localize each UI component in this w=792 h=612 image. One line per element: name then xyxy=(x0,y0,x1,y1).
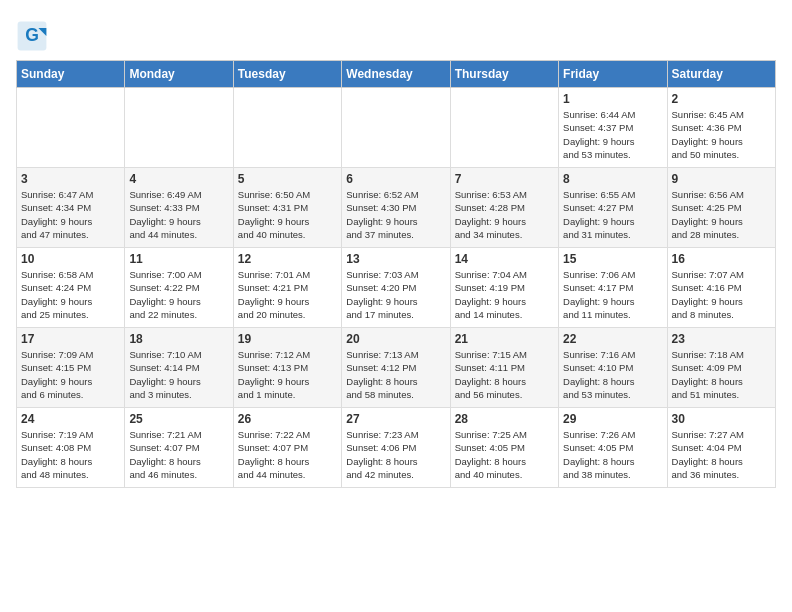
day-number: 26 xyxy=(238,412,337,426)
day-number: 8 xyxy=(563,172,662,186)
day-number: 29 xyxy=(563,412,662,426)
calendar-cell: 17Sunrise: 7:09 AM Sunset: 4:15 PM Dayli… xyxy=(17,328,125,408)
weekday-header-sunday: Sunday xyxy=(17,61,125,88)
day-info: Sunrise: 7:22 AM Sunset: 4:07 PM Dayligh… xyxy=(238,428,337,481)
day-info: Sunrise: 7:18 AM Sunset: 4:09 PM Dayligh… xyxy=(672,348,771,401)
calendar-cell: 14Sunrise: 7:04 AM Sunset: 4:19 PM Dayli… xyxy=(450,248,558,328)
day-info: Sunrise: 6:45 AM Sunset: 4:36 PM Dayligh… xyxy=(672,108,771,161)
day-info: Sunrise: 6:56 AM Sunset: 4:25 PM Dayligh… xyxy=(672,188,771,241)
day-number: 10 xyxy=(21,252,120,266)
calendar-cell: 5Sunrise: 6:50 AM Sunset: 4:31 PM Daylig… xyxy=(233,168,341,248)
calendar-cell xyxy=(450,88,558,168)
calendar-cell: 12Sunrise: 7:01 AM Sunset: 4:21 PM Dayli… xyxy=(233,248,341,328)
day-number: 16 xyxy=(672,252,771,266)
day-info: Sunrise: 6:49 AM Sunset: 4:33 PM Dayligh… xyxy=(129,188,228,241)
day-number: 17 xyxy=(21,332,120,346)
weekday-header-wednesday: Wednesday xyxy=(342,61,450,88)
calendar-cell: 4Sunrise: 6:49 AM Sunset: 4:33 PM Daylig… xyxy=(125,168,233,248)
day-info: Sunrise: 7:19 AM Sunset: 4:08 PM Dayligh… xyxy=(21,428,120,481)
day-number: 2 xyxy=(672,92,771,106)
day-number: 5 xyxy=(238,172,337,186)
calendar-cell: 19Sunrise: 7:12 AM Sunset: 4:13 PM Dayli… xyxy=(233,328,341,408)
calendar-cell: 11Sunrise: 7:00 AM Sunset: 4:22 PM Dayli… xyxy=(125,248,233,328)
calendar-table: SundayMondayTuesdayWednesdayThursdayFrid… xyxy=(16,60,776,488)
calendar-cell: 27Sunrise: 7:23 AM Sunset: 4:06 PM Dayli… xyxy=(342,408,450,488)
calendar-cell: 13Sunrise: 7:03 AM Sunset: 4:20 PM Dayli… xyxy=(342,248,450,328)
day-number: 4 xyxy=(129,172,228,186)
calendar-cell: 15Sunrise: 7:06 AM Sunset: 4:17 PM Dayli… xyxy=(559,248,667,328)
weekday-header-thursday: Thursday xyxy=(450,61,558,88)
calendar-cell: 8Sunrise: 6:55 AM Sunset: 4:27 PM Daylig… xyxy=(559,168,667,248)
day-info: Sunrise: 7:27 AM Sunset: 4:04 PM Dayligh… xyxy=(672,428,771,481)
calendar-cell: 24Sunrise: 7:19 AM Sunset: 4:08 PM Dayli… xyxy=(17,408,125,488)
calendar-cell: 2Sunrise: 6:45 AM Sunset: 4:36 PM Daylig… xyxy=(667,88,775,168)
day-number: 20 xyxy=(346,332,445,346)
day-info: Sunrise: 7:16 AM Sunset: 4:10 PM Dayligh… xyxy=(563,348,662,401)
calendar-cell: 9Sunrise: 6:56 AM Sunset: 4:25 PM Daylig… xyxy=(667,168,775,248)
day-info: Sunrise: 6:52 AM Sunset: 4:30 PM Dayligh… xyxy=(346,188,445,241)
calendar-cell: 25Sunrise: 7:21 AM Sunset: 4:07 PM Dayli… xyxy=(125,408,233,488)
day-number: 23 xyxy=(672,332,771,346)
page-header: G xyxy=(16,16,776,52)
calendar-cell: 20Sunrise: 7:13 AM Sunset: 4:12 PM Dayli… xyxy=(342,328,450,408)
day-info: Sunrise: 6:55 AM Sunset: 4:27 PM Dayligh… xyxy=(563,188,662,241)
weekday-header-friday: Friday xyxy=(559,61,667,88)
calendar-cell: 21Sunrise: 7:15 AM Sunset: 4:11 PM Dayli… xyxy=(450,328,558,408)
calendar-cell: 28Sunrise: 7:25 AM Sunset: 4:05 PM Dayli… xyxy=(450,408,558,488)
day-info: Sunrise: 7:03 AM Sunset: 4:20 PM Dayligh… xyxy=(346,268,445,321)
day-info: Sunrise: 7:10 AM Sunset: 4:14 PM Dayligh… xyxy=(129,348,228,401)
day-info: Sunrise: 7:25 AM Sunset: 4:05 PM Dayligh… xyxy=(455,428,554,481)
day-number: 30 xyxy=(672,412,771,426)
day-number: 3 xyxy=(21,172,120,186)
day-info: Sunrise: 7:12 AM Sunset: 4:13 PM Dayligh… xyxy=(238,348,337,401)
day-number: 19 xyxy=(238,332,337,346)
day-info: Sunrise: 7:23 AM Sunset: 4:06 PM Dayligh… xyxy=(346,428,445,481)
day-info: Sunrise: 6:50 AM Sunset: 4:31 PM Dayligh… xyxy=(238,188,337,241)
svg-text:G: G xyxy=(25,25,39,45)
calendar-cell: 18Sunrise: 7:10 AM Sunset: 4:14 PM Dayli… xyxy=(125,328,233,408)
day-info: Sunrise: 7:04 AM Sunset: 4:19 PM Dayligh… xyxy=(455,268,554,321)
day-number: 22 xyxy=(563,332,662,346)
calendar-cell: 30Sunrise: 7:27 AM Sunset: 4:04 PM Dayli… xyxy=(667,408,775,488)
day-number: 25 xyxy=(129,412,228,426)
day-info: Sunrise: 7:26 AM Sunset: 4:05 PM Dayligh… xyxy=(563,428,662,481)
weekday-header-monday: Monday xyxy=(125,61,233,88)
calendar-cell: 1Sunrise: 6:44 AM Sunset: 4:37 PM Daylig… xyxy=(559,88,667,168)
calendar-cell xyxy=(233,88,341,168)
day-info: Sunrise: 6:53 AM Sunset: 4:28 PM Dayligh… xyxy=(455,188,554,241)
calendar-cell: 7Sunrise: 6:53 AM Sunset: 4:28 PM Daylig… xyxy=(450,168,558,248)
day-info: Sunrise: 7:00 AM Sunset: 4:22 PM Dayligh… xyxy=(129,268,228,321)
day-number: 27 xyxy=(346,412,445,426)
day-number: 7 xyxy=(455,172,554,186)
calendar-cell xyxy=(342,88,450,168)
day-number: 1 xyxy=(563,92,662,106)
day-info: Sunrise: 7:01 AM Sunset: 4:21 PM Dayligh… xyxy=(238,268,337,321)
day-number: 18 xyxy=(129,332,228,346)
calendar-cell xyxy=(17,88,125,168)
calendar-cell: 10Sunrise: 6:58 AM Sunset: 4:24 PM Dayli… xyxy=(17,248,125,328)
day-number: 21 xyxy=(455,332,554,346)
calendar-cell: 16Sunrise: 7:07 AM Sunset: 4:16 PM Dayli… xyxy=(667,248,775,328)
day-info: Sunrise: 7:13 AM Sunset: 4:12 PM Dayligh… xyxy=(346,348,445,401)
day-number: 14 xyxy=(455,252,554,266)
calendar-cell: 22Sunrise: 7:16 AM Sunset: 4:10 PM Dayli… xyxy=(559,328,667,408)
calendar-cell: 26Sunrise: 7:22 AM Sunset: 4:07 PM Dayli… xyxy=(233,408,341,488)
day-info: Sunrise: 6:47 AM Sunset: 4:34 PM Dayligh… xyxy=(21,188,120,241)
logo-icon: G xyxy=(16,20,48,52)
day-number: 15 xyxy=(563,252,662,266)
day-info: Sunrise: 7:06 AM Sunset: 4:17 PM Dayligh… xyxy=(563,268,662,321)
day-info: Sunrise: 6:44 AM Sunset: 4:37 PM Dayligh… xyxy=(563,108,662,161)
day-info: Sunrise: 7:21 AM Sunset: 4:07 PM Dayligh… xyxy=(129,428,228,481)
calendar-cell: 29Sunrise: 7:26 AM Sunset: 4:05 PM Dayli… xyxy=(559,408,667,488)
weekday-header-saturday: Saturday xyxy=(667,61,775,88)
day-number: 9 xyxy=(672,172,771,186)
day-number: 11 xyxy=(129,252,228,266)
day-number: 13 xyxy=(346,252,445,266)
calendar-cell: 3Sunrise: 6:47 AM Sunset: 4:34 PM Daylig… xyxy=(17,168,125,248)
calendar-cell: 23Sunrise: 7:18 AM Sunset: 4:09 PM Dayli… xyxy=(667,328,775,408)
day-number: 28 xyxy=(455,412,554,426)
calendar-cell: 6Sunrise: 6:52 AM Sunset: 4:30 PM Daylig… xyxy=(342,168,450,248)
logo: G xyxy=(16,20,52,52)
day-info: Sunrise: 7:07 AM Sunset: 4:16 PM Dayligh… xyxy=(672,268,771,321)
day-info: Sunrise: 7:09 AM Sunset: 4:15 PM Dayligh… xyxy=(21,348,120,401)
